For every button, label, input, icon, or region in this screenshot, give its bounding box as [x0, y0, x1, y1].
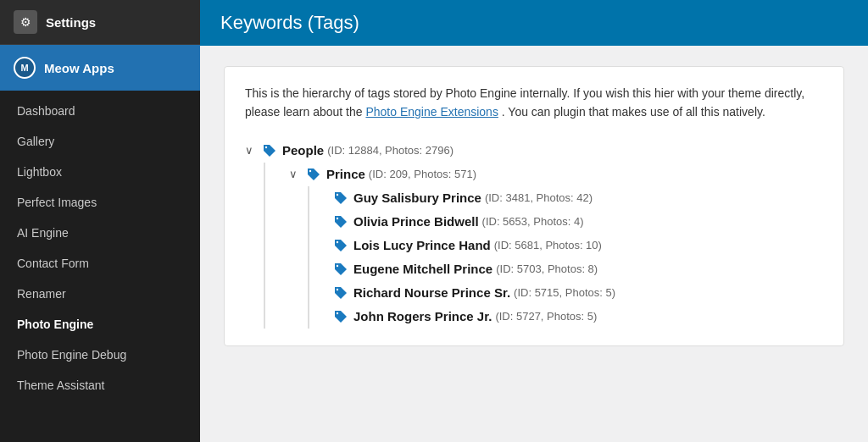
main-content: Keywords (Tags) This is the hierarchy of…	[200, 0, 868, 442]
tag-meta-john: (ID: 5727, Photos: 5)	[495, 310, 597, 323]
tag-meta-eugene: (ID: 5703, Photos: 8)	[496, 262, 598, 275]
svg-point-2	[337, 194, 338, 196]
sidebar-item-lightbox[interactable]: Lightbox	[0, 157, 200, 187]
sidebar-item-theme-assistant[interactable]: Theme Assistant	[0, 370, 200, 401]
sidebar-item-perfect-images[interactable]: Perfect Images	[0, 187, 200, 218]
svg-point-5	[337, 265, 338, 267]
tag-name-john: John Rogers Prince Jr.	[353, 309, 492, 323]
sidebar-nav: DashboardGalleryLightboxPerfect ImagesAI…	[0, 91, 200, 406]
tag-name-people: People	[282, 143, 324, 157]
svg-point-1	[309, 170, 311, 172]
prince-children: Guy Salisbury Prince (ID: 3481, Photos: …	[308, 186, 823, 329]
tag-name-guy: Guy Salisbury Prince	[353, 191, 481, 205]
tag-icon-people	[262, 143, 277, 158]
sidebar-item-contact-form[interactable]: Contact Form	[0, 248, 200, 279]
tag-row-prince: ∨ Prince (ID: 209, Photos: 571)	[289, 163, 823, 186]
settings-icon: ⚙	[14, 10, 37, 34]
svg-point-7	[337, 312, 338, 314]
sidebar-item-gallery[interactable]: Gallery	[0, 126, 200, 157]
page-header: Keywords (Tags)	[200, 0, 868, 46]
tag-meta-lois: (ID: 5681, Photos: 10)	[494, 239, 602, 251]
tag-icon-guy	[333, 191, 348, 206]
tag-row-eugene: Eugene Mitchell Prince (ID: 5703, Photos…	[333, 257, 823, 281]
tag-meta-people: (ID: 12884, Photos: 2796)	[327, 144, 453, 157]
sidebar-item-ai-engine[interactable]: AI Engine	[0, 218, 200, 248]
tag-row-olivia: Olivia Prince Bidwell (ID: 5653, Photos:…	[333, 210, 823, 234]
tag-meta-richard: (ID: 5715, Photos: 5)	[514, 286, 615, 299]
page-title: Keywords (Tags)	[220, 12, 848, 34]
svg-point-6	[337, 289, 338, 290]
tag-name-eugene: Eugene Mitchell Prince	[353, 262, 492, 276]
svg-point-3	[337, 218, 338, 219]
tag-icon-richard	[333, 285, 348, 301]
sidebar-header: ⚙ Settings	[0, 0, 200, 45]
sidebar-item-photo-engine[interactable]: Photo Engine	[0, 309, 200, 340]
tag-name-olivia: Olivia Prince Bidwell	[353, 214, 479, 229]
tag-meta-guy: (ID: 3481, Photos: 42)	[485, 191, 593, 204]
sidebar-header-title: Settings	[46, 15, 96, 30]
content-card: This is the hierarchy of tags stored by …	[224, 66, 844, 346]
meow-apps-item[interactable]: M Meow Apps	[0, 45, 200, 91]
meow-apps-label: Meow Apps	[44, 61, 114, 75]
tag-row-guy: Guy Salisbury Prince (ID: 3481, Photos: …	[333, 186, 823, 210]
tag-name-richard: Richard Nourse Prince Sr.	[353, 285, 510, 300]
svg-point-4	[337, 241, 338, 243]
content-area: This is the hierarchy of tags stored by …	[200, 46, 868, 442]
tag-row-lois: Lois Lucy Prince Hand (ID: 5681, Photos:…	[333, 234, 823, 257]
tag-name-prince: Prince	[326, 167, 365, 181]
tag-meta-olivia: (ID: 5653, Photos: 4)	[482, 215, 584, 228]
tag-row-john: John Rogers Prince Jr. (ID: 5727, Photos…	[333, 305, 823, 329]
tag-name-lois: Lois Lucy Prince Hand	[353, 238, 491, 252]
sidebar-item-dashboard[interactable]: Dashboard	[0, 96, 200, 126]
tag-meta-prince: (ID: 209, Photos: 571)	[369, 168, 476, 180]
sidebar: ⚙ Settings M Meow Apps DashboardGalleryL…	[0, 0, 200, 442]
description-text: This is the hierarchy of tags stored by …	[245, 84, 823, 122]
tag-icon-eugene	[333, 262, 348, 277]
description-part-2: . You can plugin that makes use of all t…	[502, 105, 765, 119]
tag-icon-prince	[306, 167, 321, 182]
tag-icon-olivia	[333, 214, 348, 229]
expand-people-btn[interactable]: ∨	[245, 144, 259, 157]
photo-engine-extensions-link[interactable]: Photo Engine Extensions	[365, 105, 498, 119]
meow-apps-avatar: M	[14, 57, 36, 79]
people-children: ∨ Prince (ID: 209, Photos: 571) Guy Sali…	[264, 163, 823, 329]
sidebar-item-photo-engine-debug[interactable]: Photo Engine Debug	[0, 340, 200, 370]
tag-tree: ∨ People (ID: 12884, Photos: 2796) ∨ Pri…	[245, 139, 823, 329]
expand-prince-btn[interactable]: ∨	[289, 168, 303, 180]
tag-row-people: ∨ People (ID: 12884, Photos: 2796)	[245, 139, 823, 163]
tag-icon-lois	[333, 238, 348, 253]
tag-icon-john	[333, 309, 348, 324]
svg-point-0	[265, 146, 267, 148]
tag-row-richard: Richard Nourse Prince Sr. (ID: 5715, Pho…	[333, 281, 823, 305]
sidebar-item-renamer[interactable]: Renamer	[0, 279, 200, 309]
